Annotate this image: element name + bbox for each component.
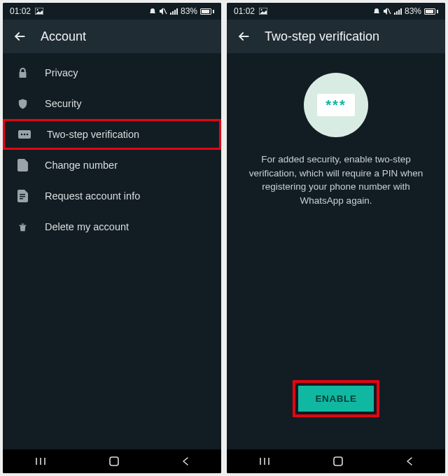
home-button[interactable] <box>332 456 344 467</box>
menu-label: Change number <box>45 160 118 171</box>
lock-icon <box>15 67 29 79</box>
home-button[interactable] <box>108 456 120 467</box>
svg-point-16 <box>261 9 262 10</box>
menu-label: Delete my account <box>45 221 129 232</box>
svg-rect-14 <box>110 457 118 465</box>
navbar <box>3 449 221 473</box>
menu-label: Two-step verification <box>47 129 139 140</box>
document-icon <box>15 190 29 202</box>
svg-line-2 <box>164 8 167 14</box>
menu-item-privacy[interactable]: Privacy <box>3 57 221 88</box>
pin-graphic: *** <box>317 94 355 116</box>
back-button[interactable] <box>237 29 251 43</box>
description-text: For added security, enable two-step veri… <box>242 153 430 207</box>
menu-item-delete-account[interactable]: Delete my account <box>3 211 221 242</box>
two-step-content: *** For added security, enable two-step … <box>227 53 445 449</box>
sim-icon <box>15 159 29 172</box>
trash-icon <box>15 221 29 233</box>
picture-icon <box>259 8 267 15</box>
status-time: 01:02 <box>10 6 31 16</box>
battery-pct: 83% <box>405 6 421 16</box>
signal-icon <box>170 8 178 15</box>
alarm-icon <box>373 8 380 15</box>
phone-left: 01:02 83% Account <box>3 3 221 473</box>
menu-label: Privacy <box>45 67 78 78</box>
battery-icon <box>200 8 214 15</box>
battery-icon <box>424 8 438 15</box>
statusbar: 01:02 83% <box>227 3 445 20</box>
phone-right: 01:02 83% Two-step verification <box>227 3 445 473</box>
battery-pct: 83% <box>181 6 197 16</box>
statusbar: 01:02 83% <box>3 3 221 20</box>
menu-item-security[interactable]: Security <box>3 88 221 119</box>
pin-stars: *** <box>326 97 346 113</box>
menu-item-change-number[interactable]: Change number <box>3 150 221 181</box>
highlight-box: ENABLE <box>293 380 379 417</box>
appbar: Two-step verification <box>227 20 445 53</box>
svg-rect-8 <box>20 194 25 195</box>
mute-icon <box>159 8 167 15</box>
svg-line-17 <box>388 8 391 14</box>
back-button[interactable] <box>13 29 27 43</box>
svg-point-1 <box>37 9 38 10</box>
account-menu: Privacy Security Two-step verification C… <box>3 53 221 449</box>
mute-icon <box>383 8 391 15</box>
menu-item-request-info[interactable]: Request account info <box>3 181 221 211</box>
pin-icon <box>18 130 31 139</box>
svg-point-6 <box>24 134 26 136</box>
shield-icon <box>15 98 29 110</box>
back-nav-button[interactable] <box>405 456 414 466</box>
alarm-icon <box>149 8 156 15</box>
enable-button[interactable]: ENABLE <box>298 386 373 412</box>
page-title: Account <box>41 29 86 44</box>
appbar: Account <box>3 20 221 53</box>
hero-graphic: *** <box>304 73 368 137</box>
back-nav-button[interactable] <box>181 456 190 466</box>
page-title: Two-step verification <box>265 29 379 44</box>
signal-icon <box>394 8 402 15</box>
svg-rect-22 <box>334 457 342 465</box>
recents-button[interactable] <box>34 456 48 466</box>
navbar <box>227 449 445 473</box>
recents-button[interactable] <box>258 456 272 466</box>
menu-label: Request account info <box>45 190 140 202</box>
svg-point-5 <box>21 134 23 136</box>
menu-label: Security <box>45 98 81 109</box>
svg-rect-10 <box>20 198 23 200</box>
svg-point-7 <box>27 134 29 136</box>
status-time: 01:02 <box>234 6 255 16</box>
menu-item-two-step[interactable]: Two-step verification <box>3 119 221 150</box>
picture-icon <box>35 8 43 15</box>
svg-rect-9 <box>20 196 25 197</box>
